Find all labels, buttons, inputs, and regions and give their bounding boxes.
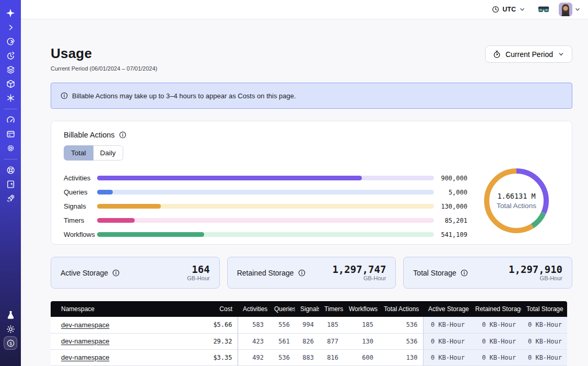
col-header-total-storage: Total Storage <box>521 301 567 317</box>
deployments-cube-icon[interactable] <box>4 77 17 90</box>
col-header-cost: Cost <box>198 301 238 317</box>
table-cell: 561 <box>269 333 295 349</box>
bar-track <box>97 190 434 195</box>
table-cell: $5.66 <box>198 317 238 333</box>
table-cell: 826 <box>295 333 319 349</box>
info-icon[interactable] <box>298 269 305 277</box>
storage-card-unit: GB-Hour <box>509 275 562 281</box>
col-header-signals: Signals <box>295 301 319 317</box>
docs-icon[interactable] <box>4 177 17 191</box>
labs-flask-icon[interactable] <box>4 308 17 322</box>
bar-track <box>97 218 434 223</box>
col-header-activities: Activities <box>238 301 269 317</box>
info-icon[interactable] <box>112 269 120 277</box>
stopwatch-icon <box>493 50 501 59</box>
storage-card-unit: GB-Hour <box>332 275 386 281</box>
col-header-timers: Timers <box>319 301 344 317</box>
timezone-selector[interactable]: UTC <box>492 6 525 13</box>
billable-actions-card: Billable Actions TotalDaily Activities90… <box>51 121 572 245</box>
table-cell: 0 KB-Hour <box>423 317 470 333</box>
getting-started-rocket-icon[interactable] <box>4 191 17 205</box>
donut-total-label: Total Actions <box>497 202 536 210</box>
table-cell: 0 KB-Hour <box>423 349 470 365</box>
bar-label: Activities <box>64 174 97 182</box>
table-cell: 816 <box>319 349 344 365</box>
usage-gauge-icon[interactable] <box>4 113 17 127</box>
bar-fill <box>97 176 362 180</box>
billing-icon[interactable]: $ <box>4 336 17 350</box>
info-banner: Billable Actions may take up to 3–4 hour… <box>51 83 572 109</box>
nexus-icon[interactable] <box>4 91 17 105</box>
col-header-active-storage: Active Storage <box>423 301 470 317</box>
schedules-icon[interactable] <box>4 49 17 62</box>
total-daily-tabs: TotalDaily <box>64 145 123 161</box>
retained-storage-card: Retained Storage 1,297,747 GB-Hour <box>227 257 396 289</box>
collapse-chevron-icon[interactable] <box>4 20 17 34</box>
bar-value: 5,000 <box>438 189 467 196</box>
storage-cards: Active Storage 164 GB-Hour Retained Stor… <box>51 257 572 289</box>
col-header-total-actions: Total Actions <box>379 301 423 317</box>
table-cell: $3.35 <box>198 349 238 365</box>
timezone-label: UTC <box>502 6 516 13</box>
workflows-window-icon[interactable] <box>4 127 17 141</box>
namespaces-icon[interactable] <box>4 35 17 48</box>
table-cell: 536 <box>269 349 295 365</box>
total-actions-donut: 1.66131 M Total Actions <box>483 167 550 235</box>
namespace-link[interactable]: dev-namespace <box>61 353 110 361</box>
table-cell: 556 <box>269 317 295 333</box>
layers-icon[interactable] <box>4 63 17 76</box>
chevron-down-icon <box>558 51 565 58</box>
info-icon[interactable] <box>119 131 126 139</box>
table-cell: 0 KB-Hour <box>470 317 521 333</box>
table-cell: 492 <box>238 349 269 365</box>
storage-card-label: Active Storage <box>61 269 108 277</box>
user-menu[interactable] <box>559 3 581 16</box>
table-cell: 0 KB-Hour <box>521 349 567 365</box>
tab-total[interactable]: Total <box>64 145 93 161</box>
storage-card-value: 1,297,747 <box>332 264 386 274</box>
donut-total-value: 1.66131 M <box>497 192 535 200</box>
active-storage-card: Active Storage 164 GB-Hour <box>51 257 220 289</box>
bar-track <box>97 176 434 180</box>
table-row: dev-namespace29.324235618268771305360 KB… <box>51 333 567 349</box>
chevron-down-icon <box>519 6 525 13</box>
settings-gear-icon[interactable] <box>4 141 17 155</box>
namespace-link[interactable]: dev-namespace <box>61 337 110 345</box>
billable-actions-title: Billable Actions <box>64 131 115 139</box>
bar-track <box>97 204 434 209</box>
table-row: dev-namespace$3.354925368838166001300 KB… <box>51 349 567 365</box>
info-icon <box>61 92 68 99</box>
namespace-cell: dev-namespace <box>51 349 198 365</box>
table-cell: 883 <box>295 349 319 365</box>
table-row: dev-namespace$5.665835569941851855360 KB… <box>51 317 567 333</box>
storage-card-value: 1,297,910 <box>509 264 562 274</box>
feedback-glasses-icon[interactable] <box>538 6 549 13</box>
bar-value: 85,201 <box>438 217 467 224</box>
namespace-link[interactable]: dev-namespace <box>61 321 110 329</box>
bar-label: Workflows <box>64 231 97 238</box>
support-lifebuoy-icon[interactable] <box>4 163 17 177</box>
table-cell: 877 <box>319 333 344 349</box>
bar-fill <box>97 232 204 237</box>
svg-text:$: $ <box>9 340 11 346</box>
bar-label: Timers <box>64 216 97 224</box>
temporal-logo-icon[interactable] <box>4 6 17 20</box>
storage-card-value: 164 <box>187 264 209 274</box>
col-header-workflows: Workflows <box>344 301 379 317</box>
clock-icon <box>492 6 499 13</box>
info-icon[interactable] <box>461 269 468 277</box>
col-header-queries: Queries <box>269 301 295 317</box>
table-cell: 994 <box>295 317 319 333</box>
sidebar: $ <box>0 0 21 366</box>
chevron-down-icon <box>574 6 581 13</box>
theme-sun-icon[interactable] <box>4 322 17 336</box>
tab-daily[interactable]: Daily <box>93 145 123 161</box>
table-cell: 583 <box>238 317 269 333</box>
period-dropdown-button[interactable]: Current Period <box>485 45 572 63</box>
total-storage-card: Total Storage 1,297,910 GB-Hour <box>403 257 572 289</box>
bar-track <box>97 232 434 237</box>
table-cell: 29.32 <box>198 333 238 349</box>
table-cell: 0 KB-Hour <box>521 333 567 349</box>
topbar: UTC <box>21 0 588 19</box>
page-title: Usage <box>51 45 157 62</box>
